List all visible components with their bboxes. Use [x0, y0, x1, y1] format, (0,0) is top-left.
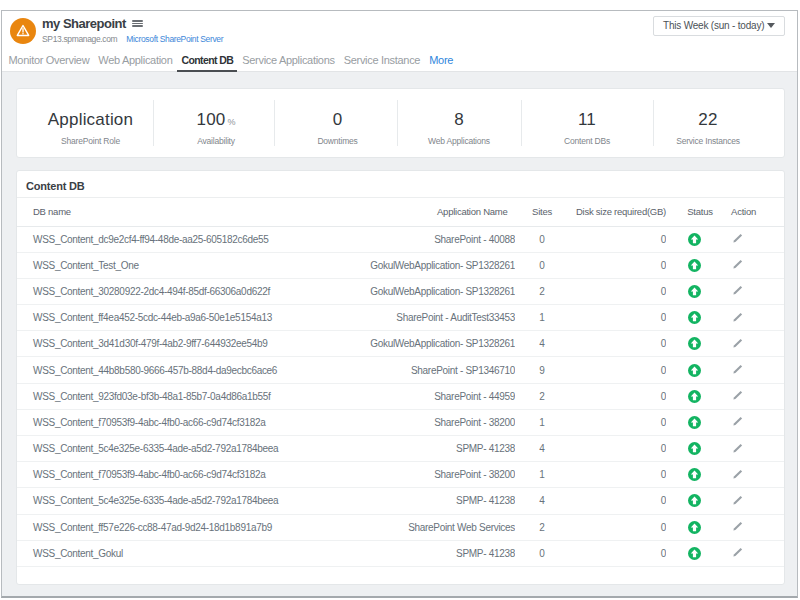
- status-up-icon: [688, 364, 701, 377]
- cell-db-name: WSS_Content_30280922-2dc4-494f-85df-6630…: [17, 278, 346, 304]
- cell-status: [666, 488, 722, 514]
- cell-db-name: WSS_Content_Test_One: [17, 252, 346, 278]
- cell-status: [666, 436, 722, 462]
- cell-sites: 1: [515, 305, 569, 331]
- table-row: WSS_Content_5c4e325e-6335-4ade-a5d2-792a…: [17, 488, 784, 514]
- cell-status: [666, 462, 722, 488]
- cell-status: [666, 252, 722, 278]
- edit-pencil-icon[interactable]: [732, 232, 744, 246]
- stat-value: 8: [454, 110, 464, 130]
- cell-sites: 2: [515, 278, 569, 304]
- edit-pencil-icon[interactable]: [732, 337, 744, 351]
- edit-pencil-icon[interactable]: [732, 520, 744, 534]
- tab-service-instance[interactable]: Service Instance: [340, 49, 425, 71]
- cell-sites: 0: [515, 252, 569, 278]
- cell-action: [722, 226, 784, 252]
- col-action: Action: [722, 198, 784, 226]
- cell-action: [722, 305, 784, 331]
- stat-label: Downtimes: [317, 136, 357, 146]
- edit-pencil-icon[interactable]: [732, 442, 744, 456]
- col-application-name: Application Name: [346, 198, 515, 226]
- table-row: WSS_Content_f70953f9-4abc-4fb0-ac66-c9d7…: [17, 409, 784, 435]
- hamburger-menu-icon[interactable]: [132, 19, 144, 28]
- cell-sites: 1: [515, 409, 569, 435]
- monitor-title: my Sharepoint: [42, 16, 126, 31]
- cell-application-name: SharePoint Web Services: [346, 514, 515, 540]
- stat-suffix: %: [227, 117, 235, 127]
- stat-content-dbs: 11 Content DBs: [521, 89, 653, 157]
- col-disk-size: Disk size required(GB): [569, 198, 666, 226]
- cell-status: [666, 383, 722, 409]
- stat-label: Web Applications: [428, 136, 490, 146]
- table-row: WSS_Content_5c4e325e-6335-4ade-a5d2-792a…: [17, 436, 784, 462]
- cell-action: [722, 331, 784, 357]
- tab-bar: Monitor Overview Web Application Content…: [2, 49, 797, 72]
- table-row: WSS_Content_dc9e2cf4-ff94-48de-aa25-6051…: [17, 226, 784, 252]
- cell-db-name: WSS_Content_dc9e2cf4-ff94-48de-aa25-6051…: [17, 226, 346, 252]
- cell-disk-size: 0: [569, 383, 666, 409]
- cell-disk-size: 0: [569, 514, 666, 540]
- cell-disk-size: 0: [569, 409, 666, 435]
- tab-more[interactable]: More: [425, 49, 457, 71]
- summary-stats-card: Application SharePoint Role 100% Availab…: [16, 88, 785, 158]
- status-up-icon: [688, 337, 701, 350]
- table-row: WSS_Content_ff4ea452-5cdc-44eb-a9a6-50e1…: [17, 305, 784, 331]
- edit-pencil-icon[interactable]: [732, 546, 744, 560]
- cell-sites: 2: [515, 514, 569, 540]
- cell-application-name: SharePoint - SP1346710: [346, 357, 515, 383]
- cell-disk-size: 0: [569, 226, 666, 252]
- stat-value: Application: [48, 110, 133, 130]
- edit-pencil-icon[interactable]: [732, 468, 744, 482]
- cell-application-name: SharePoint - AuditTest33453: [346, 305, 515, 331]
- stat-value: 11: [578, 110, 596, 130]
- cell-disk-size: 0: [569, 278, 666, 304]
- cell-action: [722, 514, 784, 540]
- cell-status: [666, 331, 722, 357]
- cell-action: [722, 462, 784, 488]
- cell-action: [722, 540, 784, 566]
- edit-pencil-icon[interactable]: [732, 284, 744, 298]
- time-range-dropdown[interactable]: This Week (sun - today): [653, 16, 785, 36]
- table-body: WSS_Content_dc9e2cf4-ff94-48de-aa25-6051…: [17, 226, 784, 566]
- cell-disk-size: 0: [569, 488, 666, 514]
- cell-db-name: WSS_Content_f70953f9-4abc-4fb0-ac66-c9d7…: [17, 462, 346, 488]
- cell-db-name: WSS_Content_5c4e325e-6335-4ade-a5d2-792a…: [17, 436, 346, 462]
- cell-sites: 9: [515, 357, 569, 383]
- tab-web-application[interactable]: Web Application: [94, 49, 176, 71]
- stat-value: 100: [197, 110, 226, 130]
- cell-action: [722, 409, 784, 435]
- status-up-icon: [688, 521, 701, 534]
- warning-triangle-icon: [10, 18, 36, 44]
- cell-action: [722, 278, 784, 304]
- tab-service-applications[interactable]: Service Applications: [238, 49, 338, 71]
- status-up-icon: [688, 547, 701, 560]
- cell-action: [722, 488, 784, 514]
- tab-monitor-overview[interactable]: Monitor Overview: [5, 49, 94, 71]
- status-up-icon: [688, 494, 701, 507]
- cell-action: [722, 436, 784, 462]
- table-row: WSS_Content_30280922-2dc4-494f-85df-6630…: [17, 278, 784, 304]
- header: my Sharepoint SP13.spmanage.com Microsof…: [2, 11, 797, 49]
- cell-disk-size: 0: [569, 462, 666, 488]
- tab-content-db[interactable]: Content DB: [177, 49, 237, 71]
- edit-pencil-icon[interactable]: [732, 389, 744, 403]
- cell-status: [666, 514, 722, 540]
- edit-pencil-icon[interactable]: [732, 311, 744, 325]
- status-up-icon: [688, 442, 701, 455]
- cell-status: [666, 226, 722, 252]
- edit-pencil-icon[interactable]: [732, 363, 744, 377]
- cell-application-name: SPMP- 41238: [346, 540, 515, 566]
- cell-status: [666, 305, 722, 331]
- edit-pencil-icon[interactable]: [732, 415, 744, 429]
- edit-pencil-icon[interactable]: [732, 258, 744, 272]
- cell-sites: 4: [515, 331, 569, 357]
- monitor-logo: [10, 18, 36, 44]
- col-status: Status: [666, 198, 722, 226]
- edit-pencil-icon[interactable]: [732, 494, 744, 508]
- cell-sites: 4: [515, 488, 569, 514]
- stat-availability: 100% Availability: [153, 89, 274, 157]
- cell-disk-size: 0: [569, 305, 666, 331]
- server-type-link[interactable]: Microsoft SharePoint Server: [126, 34, 223, 44]
- cell-disk-size: 0: [569, 331, 666, 357]
- table-row: WSS_Content_Gokul SPMP- 41238 0 0: [17, 540, 784, 566]
